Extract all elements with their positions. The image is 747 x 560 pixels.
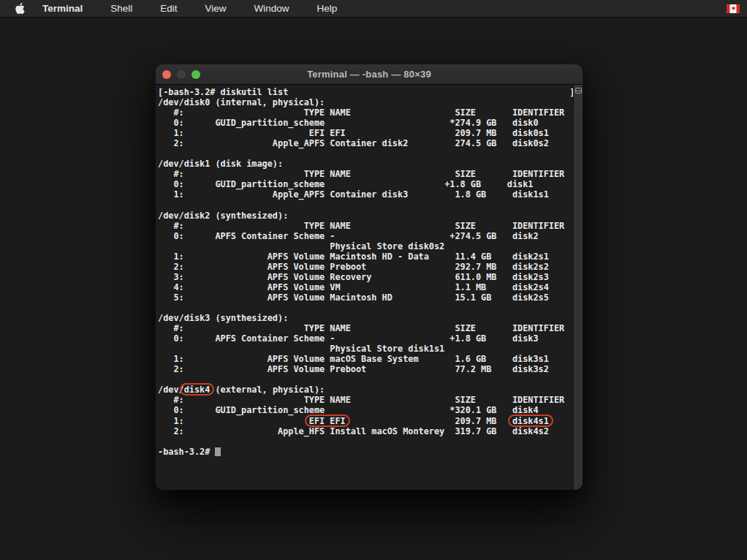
terminal-line: [158, 374, 572, 385]
terminal-line: 2: APFS Volume Preboot 77.2 MB disk3s2: [158, 364, 572, 374]
menu-shell[interactable]: Shell: [110, 3, 132, 14]
terminal-line: 4: APFS Volume VM 1.1 MB disk2s4: [158, 282, 572, 292]
terminal-line: /dev/disk2 (synthesized):: [158, 211, 572, 221]
close-button[interactable]: [162, 70, 171, 79]
terminal-line: 0: GUID_partition_scheme *274.9 GB disk0: [158, 118, 572, 128]
terminal-cursor: [215, 447, 220, 456]
terminal-line: [158, 436, 572, 447]
terminal-line: #: TYPE NAME SIZE IDENTIFIER: [158, 107, 572, 118]
menu-window[interactable]: Window: [254, 3, 289, 14]
terminal-line: 0: APFS Container Scheme - +274.5 GB dis…: [158, 231, 572, 241]
terminal-line: [-bash-3.2# diskutil list ]: [158, 87, 572, 97]
zoom-button[interactable]: [192, 70, 200, 79]
terminal-line: #: TYPE NAME SIZE IDENTIFIER: [158, 221, 572, 231]
terminal-line: 0: GUID_partition_scheme +1.8 GB disk1: [158, 179, 572, 189]
terminal-line: 0: GUID_partition_scheme *320.1 GB disk4: [158, 405, 572, 415]
menu-help[interactable]: Help: [317, 3, 338, 14]
terminal-line: -bash-3.2#: [158, 447, 572, 457]
terminal-line: 2: Apple_APFS Container disk2 274.5 GB d…: [158, 138, 572, 148]
terminal-line: 2: APFS Volume Preboot 292.7 MB disk2s2: [158, 262, 572, 272]
terminal-content[interactable]: [-bash-3.2# diskutil list ]/dev/disk0 (i…: [156, 85, 583, 490]
terminal-line: 1: APFS Volume macOS Base System 1.6 GB …: [158, 354, 572, 364]
canada-flag-icon[interactable]: [727, 4, 740, 13]
terminal-window[interactable]: Terminal — -bash — 80×39 [-bash-3.2# dis…: [156, 64, 583, 490]
window-title: Terminal — -bash — 80×39: [307, 69, 431, 80]
terminal-line: 3: APFS Volume Recovery 611.0 MB disk2s3: [158, 272, 572, 282]
terminal-line: 1: Apple_APFS Container disk3 1.8 GB dis…: [158, 189, 572, 200]
annotation-circle: disk4s1: [512, 416, 549, 426]
menu-terminal[interactable]: Terminal: [42, 3, 83, 14]
terminal-line: 5: APFS Volume Macintosh HD 15.1 GB disk…: [158, 292, 572, 303]
annotation-circle: EFI EFI: [309, 416, 346, 426]
menu-edit[interactable]: Edit: [160, 3, 177, 14]
terminal-line: [158, 200, 572, 211]
terminal-line: /dev/disk3 (synthesized):: [158, 313, 572, 323]
terminal-line: Physical Store disk0s2: [158, 241, 572, 251]
apple-menu[interactable]: [15, 2, 25, 15]
title-bar[interactable]: Terminal — -bash — 80×39: [156, 64, 583, 85]
menu-bar: Terminal Shell Edit View Window Help: [0, 0, 747, 18]
terminal-line: [158, 303, 572, 313]
terminal-line: #: TYPE NAME SIZE IDENTIFIER: [158, 395, 572, 405]
terminal-line: #: TYPE NAME SIZE IDENTIFIER: [158, 169, 572, 179]
terminal-output: [-bash-3.2# diskutil list ]/dev/disk0 (i…: [158, 87, 572, 457]
terminal-line: 1: EFI EFI 209.7 MB disk0s1: [158, 128, 572, 138]
menu-view[interactable]: View: [205, 3, 227, 14]
terminal-line: 2: Apple_HFS Install macOS Monterey 319.…: [158, 426, 572, 436]
terminal-line: #: TYPE NAME SIZE IDENTIFIER: [158, 323, 572, 333]
terminal-line: /dev/disk1 (disk image):: [158, 159, 572, 169]
terminal-line: 1: EFI EFI 209.7 MB disk4s1: [158, 416, 572, 426]
terminal-line: [158, 148, 572, 159]
annotation-circle: disk4: [184, 385, 211, 395]
terminal-line: 0: APFS Container Scheme - +1.8 GB disk3: [158, 333, 572, 344]
apple-icon: [15, 2, 25, 15]
terminal-line: Physical Store disk1s1: [158, 344, 572, 354]
terminal-line: 1: APFS Volume Macintosh HD - Data 11.4 …: [158, 251, 572, 262]
minimize-button: [177, 70, 186, 79]
terminal-line: /dev/disk4 (external, physical):: [158, 385, 572, 395]
scrollbar[interactable]: [573, 85, 583, 490]
terminal-line: /dev/disk0 (internal, physical):: [158, 97, 572, 107]
scroll-mark-icon: [575, 88, 582, 94]
